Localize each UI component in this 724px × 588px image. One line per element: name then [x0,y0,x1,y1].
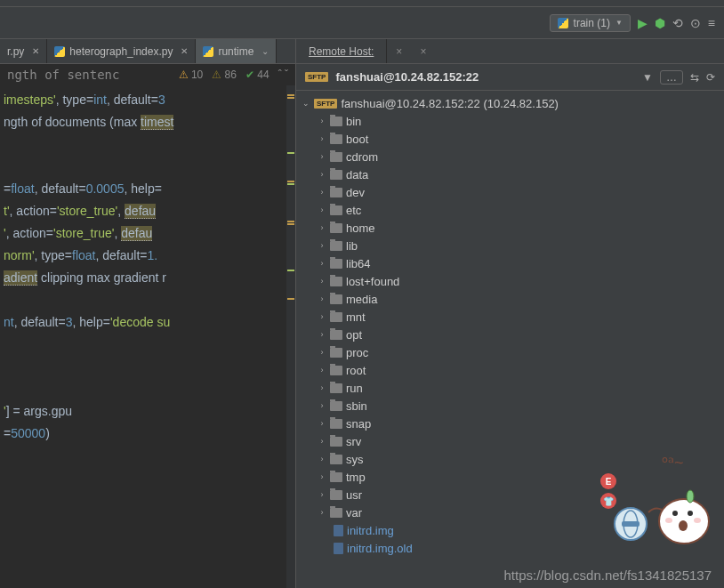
tab-label: runtime [218,45,253,58]
tree-folder-sbin[interactable]: ›sbin [296,397,724,415]
folder-label: snap [346,417,371,431]
chevron-right-icon: › [318,117,326,125]
run-config-label: train (1) [574,17,610,29]
chevron-right-icon: › [318,188,326,197]
tree-folder-opt[interactable]: ›opt [296,326,724,343]
run-configuration-selector[interactable]: train (1) ▼ [550,14,631,32]
svg-point-2 [688,511,693,516]
tree-folder-bin[interactable]: ›bin [296,112,724,130]
close-icon[interactable]: × [387,45,411,58]
chevron-right-icon: › [318,348,326,357]
folder-icon [330,205,342,215]
remote-host-header: SFTP fanshuai@10.24.82.152:22 ▼ … ⇆ ⟳ [296,64,724,91]
warning-icon: ⚠ [179,68,189,81]
folder-icon [330,508,342,518]
chevron-right-icon: › [318,437,326,446]
more-toolbar-button[interactable]: ≡ [708,16,715,30]
tree-folder-boot[interactable]: ›boot [296,130,724,148]
chevron-right-icon: › [318,401,326,410]
dropdown-arrow-icon: ▼ [615,19,623,27]
editor-pane: r.py ✕ heterograph_index.py ✕ runtime ⌄ … [0,39,295,588]
typo-count[interactable]: ✔ 44 [245,68,269,81]
window-top-border [0,0,724,7]
chevron-right-icon: › [318,152,326,161]
tree-folder-home[interactable]: ›home [296,219,724,237]
run-button[interactable]: ▶ [638,16,648,30]
tree-folder-lib[interactable]: ›lib [296,237,724,254]
inspection-nav[interactable]: ˆ ˇ [278,68,288,81]
folder-icon [330,241,342,251]
chevron-right-icon: › [318,490,326,499]
remote-host-tab-label: Remote Host: [309,45,374,58]
tab-label: heterograph_index.py [69,45,173,58]
chevron-right-icon: › [318,383,326,392]
folder-label: sbin [346,399,367,413]
folder-icon [330,419,342,429]
file-label: initrd.img.old [347,542,413,555]
tree-folder-lib64[interactable]: ›lib64 [296,254,724,272]
coverage-button[interactable]: ⟲ [672,16,683,30]
folder-icon [330,366,342,375]
tree-folder-dev[interactable]: ›dev [296,183,724,201]
tree-folder-root[interactable]: ›root [296,361,724,379]
svg-point-6 [687,490,694,503]
tree-folder-mnt[interactable]: ›mnt [296,308,724,326]
tree-folder-run[interactable]: ›run [296,379,724,397]
warning-count[interactable]: ⚠ 10 [179,68,204,81]
folder-label: var [346,506,362,520]
inspection-indicators: ⚠ 10 ⚠ 86 ✔ 44 ˆ ˇ [179,68,288,81]
folder-label: media [346,293,377,306]
folder-icon [330,117,342,126]
folder-label: run [346,382,363,395]
profile-button[interactable]: ⊙ [690,16,701,30]
chevron-right-icon: › [318,366,326,375]
folder-label: srv [346,435,361,448]
chevron-right-icon: › [318,170,326,179]
dropdown-arrow-icon[interactable]: ▼ [642,71,653,84]
tree-root[interactable]: ⌄ SFTP fanshuai@10.24.82.152:22 (10.24.8… [296,94,724,112]
folder-label: lib64 [346,257,370,270]
browse-button[interactable]: … [660,70,683,85]
chevron-right-icon: › [318,508,326,517]
chevron-right-icon: › [318,330,326,339]
close-icon[interactable]: ✕ [181,46,188,56]
folder-label: boot [346,133,368,146]
python-icon [203,46,213,57]
close-all-icon[interactable]: × [411,45,435,58]
tree-folder-media[interactable]: ›media [296,290,724,308]
svg-rect-8 [622,521,640,527]
file-icon [334,543,343,554]
folder-label: bin [346,115,361,128]
tree-folder-proc[interactable]: ›proc [296,343,724,361]
folder-label: sys [346,453,364,466]
refresh-icon[interactable]: ⟳ [706,71,715,84]
folder-icon [330,472,342,482]
svg-text:👕: 👕 [603,495,615,507]
tab-r-py[interactable]: r.py ✕ [0,39,47,63]
remote-host-title: fanshuai@10.24.82.152:22 [335,70,635,84]
tab-heterograph[interactable]: heterograph_index.py ✕ [47,39,196,63]
tree-folder-etc[interactable]: ›etc [296,201,724,219]
tree-root-label: fanshuai@10.24.82.152:22 (10.24.82.152) [341,97,559,110]
folder-icon [330,383,342,393]
tree-folder-cdrom[interactable]: ›cdrom [296,148,724,165]
folder-icon [330,277,342,286]
tree-folder-data[interactable]: ›data [296,165,724,183]
remote-host-tab[interactable]: Remote Host: [296,39,387,63]
chevron-right-icon: › [318,223,326,232]
debug-button[interactable]: ⬢ [655,16,665,30]
sync-icon[interactable]: ⇆ [690,71,699,84]
chevron-down-icon[interactable]: ⌄ [261,46,269,56]
sftp-icon: SFTP [314,99,337,109]
tree-folder-lost+found[interactable]: ›lost+found [296,272,724,290]
folder-label: proc [346,346,368,359]
chevron-right-icon: › [318,277,326,286]
chevron-down-icon: ⌄ [302,99,310,108]
chevron-right-icon: › [318,455,326,463]
tree-folder-snap[interactable]: ›snap [296,415,724,432]
code-editor[interactable]: imesteps', type=int, default=3 ngth of d… [0,85,295,588]
weak-warning-count[interactable]: ⚠ 86 [212,68,237,81]
folder-label: lib [346,239,358,253]
tab-runtime[interactable]: runtime ⌄ [196,39,277,63]
close-icon[interactable]: ✕ [32,46,39,56]
